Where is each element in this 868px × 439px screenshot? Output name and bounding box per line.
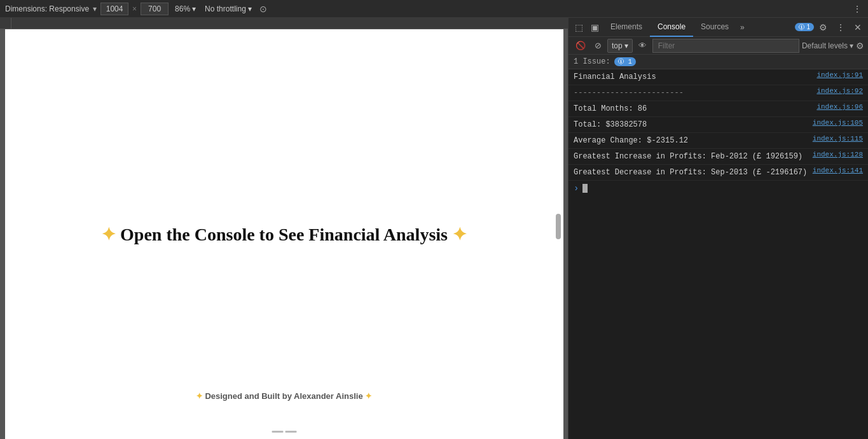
ruler-top — [0, 18, 568, 29]
console-settings-icon[interactable]: ⚙ — [856, 41, 864, 51]
issues-badge-count: 1 — [806, 24, 810, 31]
issue-count: 1 — [628, 59, 632, 66]
console-text-3: Total: $38382578 — [574, 119, 813, 130]
console-text-4: Average Change: $-2315.12 — [574, 135, 813, 146]
console-text-2: Total Months: 86 — [574, 103, 816, 115]
console-text-6: Greatest Decrease in Profits: Sep-2013 (… — [574, 167, 813, 178]
console-row: Total Months: 86 index.js:96 — [568, 101, 868, 117]
issues-badge: 🛈 1 — [795, 23, 814, 31]
page-footer: ✦ Designed and Built by Alexander Ainsli… — [196, 391, 373, 401]
console-row: Total: $38382578 index.js:105 — [568, 117, 868, 133]
devtools-more-icon[interactable]: ⋮ — [832, 20, 849, 35]
devtools-panel: ⬚ ▣ Elements Console Sources » 🛈 1 ⚙ ⋮ ✕ — [568, 18, 868, 439]
filter-input[interactable] — [652, 39, 799, 53]
bottom-bar — [272, 431, 296, 433]
page-frame: ✦ Open the Console to See Financial Anal… — [5, 29, 563, 439]
more-options-icon[interactable]: ⋮ — [851, 3, 863, 15]
eye-icon[interactable]: 👁 — [635, 39, 650, 52]
issues-badge-icon: 🛈 — [799, 24, 805, 31]
dimensions-label: Dimensions: Responsive — [5, 4, 89, 13]
tab-console[interactable]: Console — [650, 18, 693, 37]
devtools-top-toolbar: Dimensions: Responsive ▾ × 86% ▾ No thro… — [0, 0, 868, 18]
device-icon[interactable]: ▣ — [587, 20, 603, 35]
console-row: Greatest Decrease in Profits: Sep-2013 (… — [568, 165, 868, 181]
tab-icons-right: 🛈 1 ⚙ ⋮ ✕ — [792, 20, 865, 35]
prompt-cursor — [582, 184, 588, 193]
console-filter-icon[interactable]: ⊘ — [591, 39, 605, 52]
page-content: ✦ Open the Console to See Financial Anal… — [5, 211, 563, 258]
throttle-arrow-icon: ▾ — [248, 4, 252, 13]
console-row: ------------------------ index.js:92 — [568, 85, 868, 101]
console-text-0: Financial Analysis — [574, 71, 816, 83]
zoom-button[interactable]: 86% ▾ — [172, 3, 198, 15]
console-row: Financial Analysis index.js:91 — [568, 69, 868, 85]
console-link-0[interactable]: index.js:91 — [816, 71, 863, 79]
console-link-2[interactable]: index.js:96 — [816, 103, 863, 111]
top-label: top — [612, 41, 623, 50]
console-prompt[interactable]: › — [568, 181, 868, 196]
title-sparkle-left: ✦ — [101, 225, 116, 244]
zoom-value: 86% — [175, 4, 190, 13]
console-link-6[interactable]: index.js:141 — [813, 167, 863, 174]
console-text-5: Greatest Increase in Profits: Feb-2012 (… — [574, 151, 813, 162]
prompt-arrow-icon: › — [574, 183, 579, 193]
default-levels-button[interactable]: Default levels ▾ — [802, 41, 853, 50]
dropdown-arrow-icon: ▾ — [93, 4, 97, 13]
main-area: ✦ Open the Console to See Financial Anal… — [0, 18, 868, 439]
console-text-1: ------------------------ — [574, 87, 816, 99]
console-link-4[interactable]: index.js:115 — [813, 135, 863, 143]
footer-text: Designed and Built by Alexander Ainslie — [205, 391, 365, 401]
console-toolbar: 🚫 ⊘ top ▾ 👁 Default levels ▾ ⚙ — [568, 37, 868, 55]
issues-bar: 1 Issue: 🛈 1 — [568, 55, 868, 69]
scrollbar-handle[interactable] — [556, 214, 561, 239]
dimension-x-label: × — [132, 4, 137, 13]
throttle-label: No throttling — [205, 4, 246, 13]
ruler-corner — [0, 18, 11, 29]
tab-elements[interactable]: Elements — [603, 18, 650, 37]
footer-sparkle-right: ✦ — [365, 391, 372, 401]
page-title: ✦ Open the Console to See Financial Anal… — [101, 224, 467, 245]
width-input[interactable] — [100, 3, 128, 15]
zoom-arrow-icon: ▾ — [192, 4, 196, 13]
console-link-5[interactable]: index.js:128 — [813, 151, 863, 158]
height-input[interactable] — [141, 3, 169, 15]
devtools-tabs-bar: ⬚ ▣ Elements Console Sources » 🛈 1 ⚙ ⋮ ✕ — [568, 18, 868, 37]
default-levels-label: Default levels — [802, 41, 848, 50]
inspect-icon[interactable]: ⬚ — [571, 20, 587, 35]
issue-icon: 🛈 — [618, 59, 624, 66]
footer-sparkle-left: ✦ — [196, 391, 203, 401]
more-tabs-button[interactable]: » — [736, 23, 748, 32]
console-content: 1 Issue: 🛈 1 Financial Analysis index.js… — [568, 55, 868, 439]
title-sparkle-right: ✦ — [452, 225, 467, 244]
console-link-3[interactable]: index.js:105 — [813, 119, 863, 127]
console-row: Greatest Increase in Profits: Feb-2012 (… — [568, 149, 868, 165]
console-clear-icon[interactable]: 🚫 — [572, 39, 589, 52]
top-dropdown[interactable]: top ▾ — [607, 39, 633, 53]
throttle-button[interactable]: No throttling ▾ — [202, 3, 254, 15]
devtools-settings-icon[interactable]: ⚙ — [815, 20, 831, 35]
issues-label: 1 Issue: — [574, 57, 610, 66]
console-row: Average Change: $-2315.12 index.js:115 — [568, 133, 868, 149]
issue-count-badge: 🛈 1 — [614, 57, 636, 66]
tab-sources[interactable]: Sources — [693, 18, 736, 37]
default-levels-arrow: ▾ — [850, 41, 853, 50]
console-link-1[interactable]: index.js:92 — [816, 87, 863, 95]
page-title-text: Open the Console to See Financial Analys… — [120, 225, 452, 244]
top-dropdown-arrow: ▾ — [624, 41, 628, 50]
viewport-area: ✦ Open the Console to See Financial Anal… — [0, 18, 568, 439]
devtools-close-icon[interactable]: ✕ — [850, 20, 865, 35]
capture-icon[interactable]: ⊙ — [258, 3, 268, 15]
